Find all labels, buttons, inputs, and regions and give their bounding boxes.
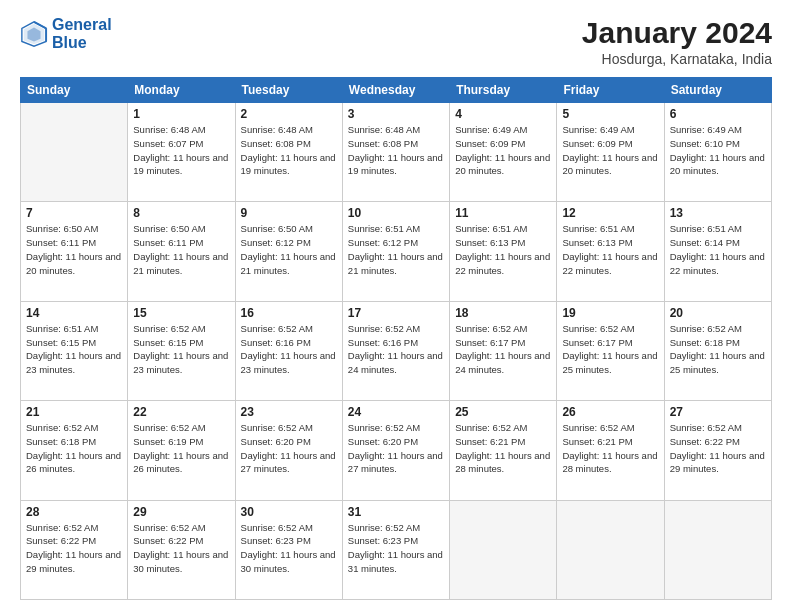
day-info: Sunrise: 6:52 AMSunset: 6:16 PMDaylight:… [241, 322, 337, 377]
day-number: 25 [455, 405, 551, 419]
day-info: Sunrise: 6:49 AMSunset: 6:09 PMDaylight:… [455, 123, 551, 178]
day-info: Sunrise: 6:52 AMSunset: 6:22 PMDaylight:… [670, 421, 766, 476]
day-info: Sunrise: 6:48 AMSunset: 6:07 PMDaylight:… [133, 123, 229, 178]
day-number: 9 [241, 206, 337, 220]
calendar-cell: 19Sunrise: 6:52 AMSunset: 6:17 PMDayligh… [557, 301, 664, 400]
header-thursday: Thursday [450, 78, 557, 103]
day-info: Sunrise: 6:50 AMSunset: 6:12 PMDaylight:… [241, 222, 337, 277]
logo-text: General Blue [52, 16, 112, 51]
header-friday: Friday [557, 78, 664, 103]
calendar-row-2: 7Sunrise: 6:50 AMSunset: 6:11 PMDaylight… [21, 202, 772, 301]
day-info: Sunrise: 6:50 AMSunset: 6:11 PMDaylight:… [133, 222, 229, 277]
calendar-cell: 24Sunrise: 6:52 AMSunset: 6:20 PMDayligh… [342, 401, 449, 500]
day-number: 3 [348, 107, 444, 121]
day-number: 26 [562, 405, 658, 419]
calendar-cell: 18Sunrise: 6:52 AMSunset: 6:17 PMDayligh… [450, 301, 557, 400]
title-block: January 2024 Hosdurga, Karnataka, India [582, 16, 772, 67]
calendar-cell: 4Sunrise: 6:49 AMSunset: 6:09 PMDaylight… [450, 103, 557, 202]
day-number: 1 [133, 107, 229, 121]
day-info: Sunrise: 6:52 AMSunset: 6:18 PMDaylight:… [670, 322, 766, 377]
day-number: 17 [348, 306, 444, 320]
calendar-cell: 25Sunrise: 6:52 AMSunset: 6:21 PMDayligh… [450, 401, 557, 500]
location: Hosdurga, Karnataka, India [582, 51, 772, 67]
day-info: Sunrise: 6:52 AMSunset: 6:17 PMDaylight:… [562, 322, 658, 377]
day-info: Sunrise: 6:52 AMSunset: 6:18 PMDaylight:… [26, 421, 122, 476]
day-number: 28 [26, 505, 122, 519]
calendar-cell: 5Sunrise: 6:49 AMSunset: 6:09 PMDaylight… [557, 103, 664, 202]
day-info: Sunrise: 6:52 AMSunset: 6:22 PMDaylight:… [26, 521, 122, 576]
day-info: Sunrise: 6:51 AMSunset: 6:13 PMDaylight:… [455, 222, 551, 277]
calendar-cell: 20Sunrise: 6:52 AMSunset: 6:18 PMDayligh… [664, 301, 771, 400]
weekday-header-row: Sunday Monday Tuesday Wednesday Thursday… [21, 78, 772, 103]
day-info: Sunrise: 6:52 AMSunset: 6:20 PMDaylight:… [241, 421, 337, 476]
month-title: January 2024 [582, 16, 772, 49]
day-number: 2 [241, 107, 337, 121]
logo: General Blue [20, 16, 112, 51]
header: General Blue January 2024 Hosdurga, Karn… [20, 16, 772, 67]
calendar-cell: 23Sunrise: 6:52 AMSunset: 6:20 PMDayligh… [235, 401, 342, 500]
calendar-cell: 26Sunrise: 6:52 AMSunset: 6:21 PMDayligh… [557, 401, 664, 500]
calendar-table: Sunday Monday Tuesday Wednesday Thursday… [20, 77, 772, 600]
day-number: 15 [133, 306, 229, 320]
calendar-cell [450, 500, 557, 599]
day-number: 11 [455, 206, 551, 220]
day-info: Sunrise: 6:52 AMSunset: 6:19 PMDaylight:… [133, 421, 229, 476]
day-number: 16 [241, 306, 337, 320]
day-number: 22 [133, 405, 229, 419]
calendar-cell: 13Sunrise: 6:51 AMSunset: 6:14 PMDayligh… [664, 202, 771, 301]
calendar-cell [557, 500, 664, 599]
calendar-row-1: 1Sunrise: 6:48 AMSunset: 6:07 PMDaylight… [21, 103, 772, 202]
header-wednesday: Wednesday [342, 78, 449, 103]
day-number: 4 [455, 107, 551, 121]
header-sunday: Sunday [21, 78, 128, 103]
day-number: 7 [26, 206, 122, 220]
day-number: 18 [455, 306, 551, 320]
day-info: Sunrise: 6:49 AMSunset: 6:09 PMDaylight:… [562, 123, 658, 178]
page: General Blue January 2024 Hosdurga, Karn… [0, 0, 792, 612]
day-number: 21 [26, 405, 122, 419]
calendar-cell: 16Sunrise: 6:52 AMSunset: 6:16 PMDayligh… [235, 301, 342, 400]
day-number: 12 [562, 206, 658, 220]
day-number: 27 [670, 405, 766, 419]
calendar-row-4: 21Sunrise: 6:52 AMSunset: 6:18 PMDayligh… [21, 401, 772, 500]
day-info: Sunrise: 6:52 AMSunset: 6:21 PMDaylight:… [455, 421, 551, 476]
calendar-cell: 12Sunrise: 6:51 AMSunset: 6:13 PMDayligh… [557, 202, 664, 301]
day-number: 20 [670, 306, 766, 320]
calendar-cell: 27Sunrise: 6:52 AMSunset: 6:22 PMDayligh… [664, 401, 771, 500]
calendar-cell: 31Sunrise: 6:52 AMSunset: 6:23 PMDayligh… [342, 500, 449, 599]
calendar-cell: 2Sunrise: 6:48 AMSunset: 6:08 PMDaylight… [235, 103, 342, 202]
day-number: 6 [670, 107, 766, 121]
day-info: Sunrise: 6:52 AMSunset: 6:20 PMDaylight:… [348, 421, 444, 476]
calendar-cell: 1Sunrise: 6:48 AMSunset: 6:07 PMDaylight… [128, 103, 235, 202]
day-info: Sunrise: 6:51 AMSunset: 6:12 PMDaylight:… [348, 222, 444, 277]
calendar-cell: 10Sunrise: 6:51 AMSunset: 6:12 PMDayligh… [342, 202, 449, 301]
calendar-cell: 7Sunrise: 6:50 AMSunset: 6:11 PMDaylight… [21, 202, 128, 301]
calendar-cell: 28Sunrise: 6:52 AMSunset: 6:22 PMDayligh… [21, 500, 128, 599]
day-info: Sunrise: 6:50 AMSunset: 6:11 PMDaylight:… [26, 222, 122, 277]
calendar-cell: 30Sunrise: 6:52 AMSunset: 6:23 PMDayligh… [235, 500, 342, 599]
day-number: 29 [133, 505, 229, 519]
day-info: Sunrise: 6:48 AMSunset: 6:08 PMDaylight:… [241, 123, 337, 178]
day-info: Sunrise: 6:51 AMSunset: 6:14 PMDaylight:… [670, 222, 766, 277]
day-info: Sunrise: 6:52 AMSunset: 6:22 PMDaylight:… [133, 521, 229, 576]
day-number: 24 [348, 405, 444, 419]
day-number: 30 [241, 505, 337, 519]
calendar-cell: 3Sunrise: 6:48 AMSunset: 6:08 PMDaylight… [342, 103, 449, 202]
day-info: Sunrise: 6:52 AMSunset: 6:15 PMDaylight:… [133, 322, 229, 377]
day-number: 5 [562, 107, 658, 121]
day-info: Sunrise: 6:52 AMSunset: 6:21 PMDaylight:… [562, 421, 658, 476]
calendar-row-5: 28Sunrise: 6:52 AMSunset: 6:22 PMDayligh… [21, 500, 772, 599]
logo-icon [20, 20, 48, 48]
calendar-cell: 29Sunrise: 6:52 AMSunset: 6:22 PMDayligh… [128, 500, 235, 599]
calendar-cell: 22Sunrise: 6:52 AMSunset: 6:19 PMDayligh… [128, 401, 235, 500]
calendar-cell: 15Sunrise: 6:52 AMSunset: 6:15 PMDayligh… [128, 301, 235, 400]
day-number: 10 [348, 206, 444, 220]
calendar-row-3: 14Sunrise: 6:51 AMSunset: 6:15 PMDayligh… [21, 301, 772, 400]
calendar-cell [21, 103, 128, 202]
day-number: 14 [26, 306, 122, 320]
calendar-cell: 8Sunrise: 6:50 AMSunset: 6:11 PMDaylight… [128, 202, 235, 301]
header-tuesday: Tuesday [235, 78, 342, 103]
day-info: Sunrise: 6:48 AMSunset: 6:08 PMDaylight:… [348, 123, 444, 178]
day-info: Sunrise: 6:51 AMSunset: 6:13 PMDaylight:… [562, 222, 658, 277]
logo-line2: Blue [52, 34, 87, 51]
